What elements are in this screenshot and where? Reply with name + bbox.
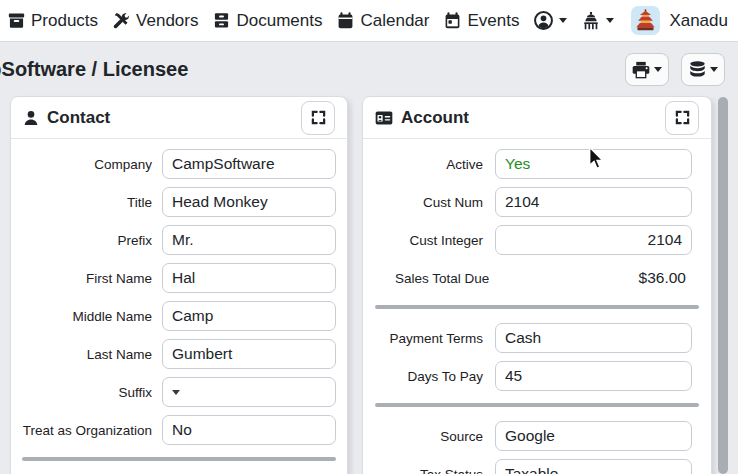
field-row-source: Source	[375, 421, 699, 451]
contact-panel-title: Contact	[47, 108, 110, 128]
active-field[interactable]	[495, 149, 692, 179]
field-row-cust-integer: Cust Integer	[375, 225, 699, 255]
field-label: First Name	[22, 271, 152, 286]
app-menu[interactable]	[582, 12, 614, 30]
nav-item-events[interactable]: Events	[444, 11, 519, 31]
section-divider	[375, 403, 699, 407]
field-row-treat-as-organization: Treat as Organization	[22, 415, 336, 445]
page-title: CampSoftware / Licensee	[0, 58, 188, 81]
caret-down-icon	[172, 390, 180, 395]
caret-down-icon	[710, 67, 718, 72]
screwdriver-wrench-icon	[113, 12, 130, 29]
contact-panel-header: Contact	[11, 97, 347, 139]
brand[interactable]: Xanadu	[631, 6, 728, 35]
field-label: Tax Status	[375, 467, 483, 474]
field-label: Active	[375, 157, 483, 172]
tax-status-field[interactable]	[495, 459, 692, 474]
nav-item-vendors[interactable]: Vendors	[113, 11, 198, 31]
nav-item-label: Events	[467, 11, 519, 31]
nav-item-label: Documents	[236, 11, 322, 31]
field-label: Cust Integer	[375, 233, 483, 248]
source-field[interactable]	[495, 421, 692, 451]
prefix-field[interactable]	[162, 225, 336, 255]
account-panel-body: Active Cust Num Cust Integer Sales Total…	[363, 139, 711, 474]
section-divider	[22, 457, 336, 461]
title-field[interactable]	[162, 187, 336, 217]
field-row-days-to-pay: Days To Pay	[375, 361, 699, 391]
box-archive-icon	[8, 12, 25, 29]
field-label: Middle Name	[22, 309, 152, 324]
top-navbar: Products Vendors Documents Calendar Even…	[0, 0, 738, 42]
temple-icon	[582, 12, 600, 30]
field-label: Source	[375, 429, 483, 444]
company-field[interactable]	[162, 149, 336, 179]
data-menu-button[interactable]	[681, 53, 725, 86]
expand-icon	[675, 110, 690, 125]
days-to-pay-field[interactable]	[495, 361, 692, 391]
user-menu[interactable]	[534, 11, 567, 30]
field-label: Prefix	[22, 233, 152, 248]
field-row-last-name: Last Name	[22, 339, 336, 369]
user-circle-icon	[534, 11, 553, 30]
nav-item-label: Vendors	[136, 11, 198, 31]
account-panel-title: Account	[401, 108, 469, 128]
field-row-payment-terms: Payment Terms	[375, 323, 699, 353]
field-row-prefix: Prefix	[22, 225, 336, 255]
field-row-active: Active	[375, 149, 699, 179]
field-row-middle-name: Middle Name	[22, 301, 336, 331]
field-row-company: Company	[22, 149, 336, 179]
stacked-drawers-icon	[213, 12, 230, 29]
caret-down-icon	[559, 18, 567, 23]
id-card-icon	[375, 109, 393, 127]
caret-down-icon	[606, 18, 614, 23]
person-icon	[23, 110, 39, 126]
sales-total-due-value: $36.00	[639, 269, 686, 287]
field-label: Cust Num	[375, 195, 483, 210]
account-panel: Account Active Cust Num Cust Integer Sal…	[362, 96, 712, 474]
field-label: Days To Pay	[375, 369, 483, 384]
field-row-title: Title	[22, 187, 336, 217]
nav-item-products[interactable]: Products	[8, 11, 98, 31]
contact-panel: Contact Company Title Prefix First Name …	[10, 96, 348, 474]
payment-terms-field[interactable]	[495, 323, 692, 353]
field-row-sales-total-due: Sales Total Due $36.00	[375, 263, 699, 293]
cust-num-field[interactable]	[495, 187, 692, 217]
vertical-scrollbar[interactable]	[718, 97, 728, 474]
suffix-select[interactable]	[162, 377, 336, 407]
pagoda-logo	[631, 6, 660, 35]
caret-down-icon	[654, 67, 662, 72]
database-icon	[689, 61, 706, 78]
brand-name: Xanadu	[669, 11, 728, 31]
account-panel-header: Account	[363, 97, 711, 139]
field-row-first-name: First Name	[22, 263, 336, 293]
treat-as-organization-field[interactable]	[162, 415, 336, 445]
nav-item-label: Calendar	[360, 11, 429, 31]
middle-name-field[interactable]	[162, 301, 336, 331]
print-button[interactable]	[625, 53, 669, 86]
field-label: Payment Terms	[375, 331, 483, 346]
field-row-suffix: Suffix	[22, 377, 336, 407]
field-label: Treat as Organization	[22, 423, 152, 438]
nav-item-label: Products	[31, 11, 98, 31]
nav-item-documents[interactable]: Documents	[213, 11, 322, 31]
field-label: Title	[22, 195, 152, 210]
field-row-tax-status: Tax Status	[375, 459, 699, 474]
field-row-cust-num: Cust Num	[375, 187, 699, 217]
field-label: Last Name	[22, 347, 152, 362]
contact-panel-body: Company Title Prefix First Name Middle N…	[11, 139, 347, 474]
nav-item-calendar[interactable]: Calendar	[337, 11, 429, 31]
cust-integer-field[interactable]	[495, 225, 692, 255]
field-label: Company	[22, 157, 152, 172]
first-name-field[interactable]	[162, 263, 336, 293]
field-label: Suffix	[22, 385, 152, 400]
contact-expand-button[interactable]	[301, 101, 335, 135]
expand-icon	[311, 110, 326, 125]
calendar-event-icon	[444, 12, 461, 29]
account-expand-button[interactable]	[665, 101, 699, 135]
last-name-field[interactable]	[162, 339, 336, 369]
calendar-icon	[337, 12, 354, 29]
section-divider	[375, 305, 699, 309]
printer-icon	[632, 61, 650, 79]
field-label: Sales Total Due	[395, 271, 489, 286]
